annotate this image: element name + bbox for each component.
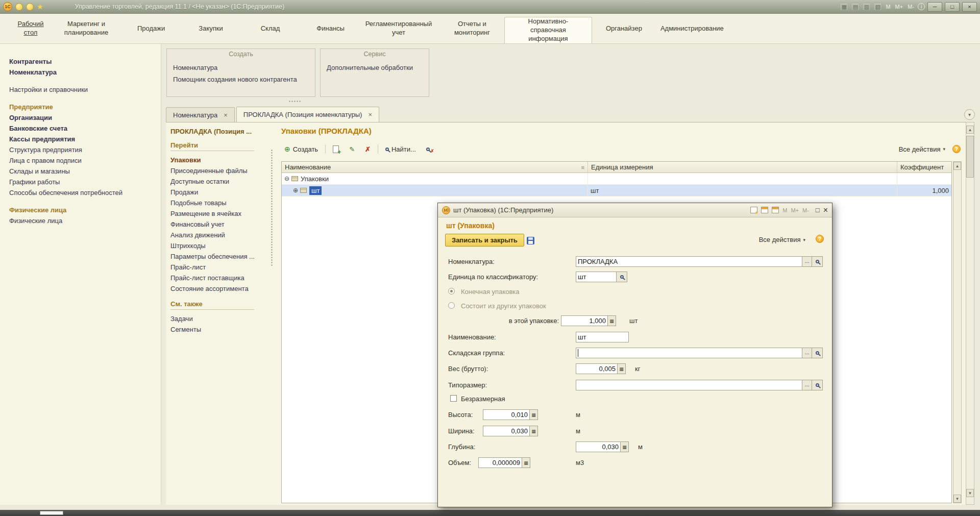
calendar-icon[interactable] bbox=[772, 207, 779, 213]
sidebar-item-nomenclature[interactable]: Номенклатура bbox=[9, 67, 158, 78]
menu-item-master-data[interactable]: Нормативно-справочная информация bbox=[504, 17, 592, 43]
nav-item-tasks[interactable]: Задачи bbox=[170, 313, 268, 324]
table-row-group[interactable]: ⊖ Упаковки bbox=[282, 173, 951, 185]
name-input[interactable] bbox=[576, 332, 629, 342]
create-button[interactable]: ⊕ Создать bbox=[281, 144, 321, 154]
info-icon[interactable]: i bbox=[918, 3, 925, 10]
sidebar-item-signatories[interactable]: Лица с правом подписи bbox=[9, 155, 158, 166]
menu-item-regulated-accounting[interactable]: Регламентированный учет bbox=[360, 14, 437, 43]
table-scroll-up-button[interactable]: ▲ bbox=[953, 162, 961, 170]
calculator-icon[interactable]: ▦ bbox=[522, 458, 530, 468]
create-nomenclature-link[interactable]: Номенклатура bbox=[167, 62, 315, 73]
typesize-lookup-button[interactable] bbox=[812, 380, 823, 390]
nomenclature-lookup-button[interactable] bbox=[812, 256, 823, 267]
memory-mminus-button[interactable]: M- bbox=[906, 4, 915, 10]
minimize-button[interactable]: ─ bbox=[927, 2, 942, 12]
unit-lookup-button[interactable] bbox=[617, 272, 627, 282]
tab-close-icon[interactable]: × bbox=[224, 111, 228, 119]
calendar-icon[interactable] bbox=[761, 207, 768, 213]
menu-item-desktop[interactable]: Рабочий стол bbox=[11, 14, 50, 43]
all-actions-button[interactable]: Все действия ▾ bbox=[899, 145, 945, 153]
nav-item-available-stock[interactable]: Доступные остатки bbox=[170, 176, 268, 187]
menu-item-purchases[interactable]: Закупки bbox=[192, 14, 229, 43]
favorites-star-icon[interactable]: ★ bbox=[37, 3, 43, 10]
nav-item-movement-analysis[interactable]: Анализ движений bbox=[170, 230, 268, 240]
column-header-unit[interactable]: Единица измерения bbox=[588, 162, 897, 173]
tab-prokladka[interactable]: ПРОКЛАДКА (Позиция номенклатуры) × bbox=[236, 107, 379, 122]
sidebar-item-settings-references[interactable]: Настройки и справочники bbox=[9, 84, 158, 95]
menu-item-warehouse[interactable]: Склад bbox=[254, 14, 287, 43]
calculator-icon[interactable]: ▦ bbox=[620, 442, 628, 452]
sort-icon[interactable]: ≡ bbox=[581, 164, 584, 170]
maximize-button[interactable]: □ bbox=[945, 2, 960, 12]
nav-item-assortment-state[interactable]: Состояние ассортимента bbox=[170, 283, 268, 294]
expand-icon[interactable]: ⊕ bbox=[293, 187, 298, 194]
column-header-coefficient[interactable]: Коэффициент bbox=[897, 162, 951, 173]
warehouse-group-ellipsis-button[interactable]: ... bbox=[802, 348, 812, 358]
nav-item-segments[interactable]: Сегменты bbox=[170, 324, 268, 335]
menu-item-administration[interactable]: Администрирование bbox=[654, 14, 730, 43]
window-star-icon[interactable] bbox=[750, 207, 757, 213]
scroll-up-button[interactable]: ▲ bbox=[966, 126, 974, 134]
calculator-icon[interactable]: ▦ bbox=[529, 426, 537, 436]
sidebar-item-bank-accounts[interactable]: Банковские счета bbox=[9, 123, 158, 134]
add-group-button[interactable] bbox=[330, 144, 342, 154]
nomenclature-input[interactable] bbox=[576, 256, 802, 267]
nav-item-price-list[interactable]: Прайс-лист bbox=[170, 262, 268, 273]
clipboard-icon[interactable]: ▥ bbox=[862, 3, 871, 11]
nav-item-supplier-price-list[interactable]: Прайс-лист поставщика bbox=[170, 273, 268, 283]
help-icon[interactable]: ? bbox=[952, 145, 961, 153]
dialog-close-button[interactable]: × bbox=[823, 206, 828, 215]
column-header-name[interactable]: Наименование ≡ bbox=[282, 162, 588, 173]
memory-mplus-button[interactable]: M+ bbox=[791, 207, 799, 213]
sidebar-item-supply-methods[interactable]: Способы обеспечения потребностей bbox=[9, 187, 158, 198]
sidebar-item-cash-desks[interactable]: Кассы предприятия bbox=[9, 134, 158, 144]
memory-m-button[interactable]: M bbox=[782, 207, 787, 213]
nomenclature-ellipsis-button[interactable]: ... bbox=[802, 256, 812, 267]
menu-item-marketing[interactable]: Маркетинг и планирование bbox=[55, 14, 117, 43]
collapse-icon[interactable]: ⊖ bbox=[284, 175, 289, 182]
save-button[interactable] bbox=[525, 235, 536, 246]
menu-item-organizer[interactable]: Органайзер bbox=[599, 14, 649, 43]
sidebar-item-work-schedules[interactable]: Графики работы bbox=[9, 177, 158, 187]
nav-item-similar-goods[interactable]: Подобные товары bbox=[170, 198, 268, 208]
scroll-down-button[interactable]: ▼ bbox=[966, 489, 974, 497]
unit-classifier-input[interactable] bbox=[576, 272, 617, 282]
dimensionless-checkbox[interactable] bbox=[450, 395, 457, 402]
save-and-close-button[interactable]: Записать и закрыть bbox=[445, 234, 524, 247]
edit-button[interactable]: ✎ bbox=[346, 144, 358, 154]
table-scrollbar[interactable]: ▲ ▼ bbox=[953, 161, 962, 503]
create-counterparty-assistant-link[interactable]: Помощник создания нового контрагента bbox=[167, 73, 315, 85]
main-menu-button[interactable] bbox=[15, 3, 23, 11]
warehouse-group-lookup-button[interactable] bbox=[812, 348, 823, 358]
composite-package-radio[interactable] bbox=[448, 302, 455, 309]
final-package-radio[interactable] bbox=[448, 288, 455, 294]
calculator-icon[interactable]: ▦ bbox=[840, 3, 848, 11]
app-icon[interactable]: 1С bbox=[3, 2, 12, 11]
clear-search-button[interactable]: ✗ bbox=[423, 143, 437, 155]
sidebar-item-organizations[interactable]: Организации bbox=[9, 112, 158, 123]
calendar-icon[interactable]: ▤ bbox=[851, 3, 860, 11]
quick-access-button[interactable] bbox=[26, 3, 34, 11]
typesize-input[interactable] bbox=[576, 380, 802, 390]
window-list-dropdown-button[interactable]: ▾ bbox=[964, 109, 975, 120]
window-scrollbar[interactable]: ▲ ▼ bbox=[966, 122, 974, 505]
menu-item-sales[interactable]: Продажи bbox=[131, 14, 172, 43]
memory-mplus-button[interactable]: M+ bbox=[894, 4, 904, 10]
tab-nomenclature[interactable]: Номенклатура × bbox=[166, 107, 235, 122]
nav-item-sales[interactable]: Продажи bbox=[170, 187, 268, 198]
sidebar-item-counterparties[interactable]: Контрагенты bbox=[9, 56, 158, 67]
nav-item-financial-accounting[interactable]: Финансовый учет bbox=[170, 219, 268, 230]
nav-item-supply-parameters[interactable]: Параметры обеспечения ... bbox=[170, 251, 268, 262]
nav-item-barcodes[interactable]: Штрихкоды bbox=[170, 240, 268, 251]
scroll-thumb[interactable] bbox=[966, 136, 974, 178]
calculator-icon[interactable]: ▦ bbox=[529, 410, 537, 420]
menu-item-finance[interactable]: Финансы bbox=[310, 14, 351, 43]
nav-item-packages[interactable]: Упаковки bbox=[170, 155, 268, 165]
dialog-maximize-button[interactable]: □ bbox=[816, 206, 820, 214]
dialog-help-icon[interactable]: ? bbox=[816, 235, 824, 243]
warehouse-group-input[interactable] bbox=[576, 348, 802, 358]
calculator-icon[interactable]: ▦ bbox=[607, 316, 616, 326]
dialog-all-actions-button[interactable]: Все действия ▾ bbox=[759, 236, 805, 243]
memory-mminus-button[interactable]: M- bbox=[802, 207, 809, 213]
